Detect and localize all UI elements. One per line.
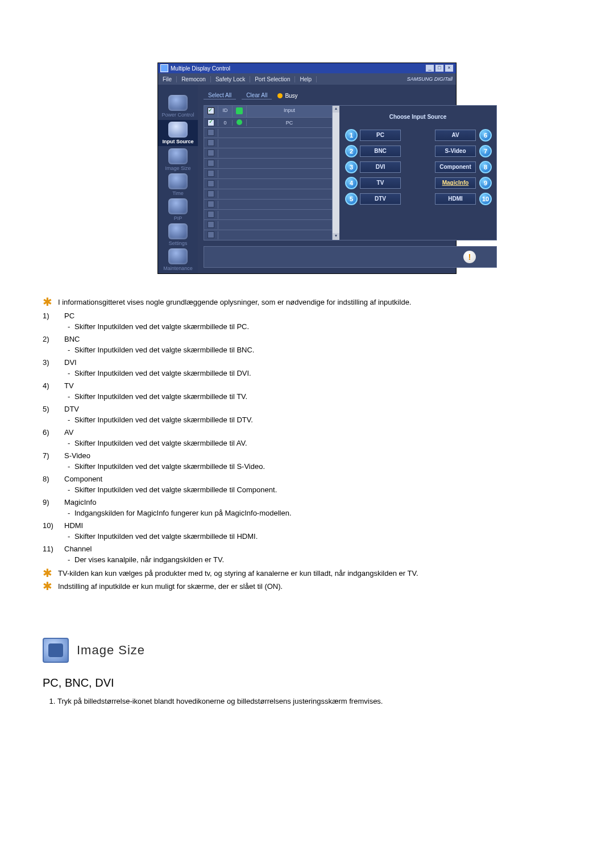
row-checkbox[interactable] [208,190,214,197]
close-button[interactable]: × [445,64,454,72]
sidebar-item-image-size[interactable]: Image Size [158,148,198,171]
row-checkbox[interactable] [208,180,214,187]
note-text: TV-kilden kan kun vælges på produkter me… [58,568,418,579]
menu-safety-lock[interactable]: Safety Lock [211,76,250,82]
sidebar-item-time[interactable]: Time [158,173,198,196]
minimize-button[interactable]: _ [425,64,434,72]
row-checkbox[interactable] [208,160,214,167]
callout-badge: 4 [345,177,358,189]
menu-help[interactable]: Help [295,76,317,82]
window-controls: _ □ × [425,64,454,72]
note-1: ✱ TV-kilden kan kun vælges på produkter … [43,568,571,579]
time-icon [168,173,188,189]
list-item: 8)ComponentSkifter Inputkilden ved det v… [43,474,571,496]
sidebar-label: Power Control [158,112,198,118]
maximize-button[interactable]: □ [435,64,444,72]
source-button-av[interactable]: AV [435,130,476,141]
scroll-up-icon[interactable]: ▴ [333,106,339,113]
item-body: PCSkifter Inputkilden ved det valgte skæ… [64,310,571,333]
star-icon: ✱ [43,582,52,590]
grid-row-empty[interactable] [204,219,332,230]
input-source-icon [168,122,188,138]
item-title: Channel [64,543,571,555]
brand-label: SAMSUNG DIGITall [404,76,456,82]
menu-remocon[interactable]: Remocon [177,76,211,82]
row-checkbox[interactable] [208,201,214,207]
item-title: DVI [64,357,571,368]
source-button-component[interactable]: Component [435,161,476,173]
item-title: AV [64,427,571,438]
app-icon [160,64,168,72]
item-number: 9) [43,497,62,508]
source-button-s-video[interactable]: S-Video [435,146,476,157]
document-content: ✱ I informationsgitteret vises nogle gru… [43,297,571,707]
grid-row-empty[interactable] [204,178,332,189]
row-checkbox[interactable] [208,149,214,156]
sidebar-item-settings[interactable]: Settings [158,223,198,246]
subheading: PC, BNC, DVI [43,674,571,691]
source-button-pc[interactable]: PC [360,130,401,141]
item-desc: Skifter Inputkilden ved det valgte skærm… [64,344,571,356]
grid-row-empty[interactable] [204,189,332,199]
sidebar-label: Image Size [158,165,198,171]
info-icon[interactable]: ! [463,251,476,263]
source-button-magicinfo[interactable]: MagicInfo [435,177,476,189]
settings-icon [168,223,188,239]
busy-dot-icon [277,93,283,98]
section-title: Image Size [77,641,145,659]
item-body: MagicInfoIndgangskilden for MagicInfo fu… [64,497,571,519]
grid-row-empty[interactable] [204,148,332,158]
source-button-hdmi[interactable]: HDMI [435,193,476,205]
list-item: 4)TVSkifter Inputkilden ved det valgte s… [43,380,571,402]
grid-row-empty[interactable] [204,168,332,178]
source-button-dvi[interactable]: DVI [360,161,401,173]
status-dot-icon [237,119,242,125]
item-title: PC [64,310,571,322]
menu-port-selection[interactable]: Port Selection [250,76,295,82]
sidebar-item-pip[interactable]: PIP [158,198,198,221]
sidebar-item-input-source[interactable]: Input Source [158,120,198,146]
star-icon: ✱ [43,298,52,306]
scroll-down-icon[interactable]: ▾ [333,233,339,240]
grid-row[interactable]: 0 PC [204,117,332,127]
grid-row-empty[interactable] [204,230,332,240]
row-checkbox[interactable] [208,139,214,146]
row-checkbox[interactable] [208,119,214,126]
item-body: BNCSkifter Inputkilden ved det valgte sk… [64,334,571,356]
menu-file[interactable]: File [158,76,177,82]
step-item: Tryk på billedstørrelse-ikonet blandt ho… [57,696,571,707]
row-checkbox[interactable] [208,170,214,177]
input-source-panel: Choose Input Source 1PCAV62BNCS-Video73D… [339,106,496,240]
item-title: DTV [64,404,571,415]
row-checkbox[interactable] [208,221,214,228]
item-body: DTVSkifter Inputkilden ved det valgte sk… [64,404,571,426]
sidebar-item-power-control[interactable]: Power Control [158,95,198,118]
grid-row-empty[interactable] [204,138,332,148]
header-checkbox[interactable] [204,106,218,117]
item-body: DVISkifter Inputkilden ved det valgte sk… [64,357,571,379]
row-checkbox[interactable] [208,211,214,218]
grid-row-empty[interactable] [204,158,332,168]
select-all-button[interactable]: Select All [204,92,236,99]
grid-row-empty[interactable] [204,127,332,138]
item-desc: Skifter Inputkilden ved det valgte skærm… [64,368,571,379]
source-button-tv[interactable]: TV [360,177,401,189]
sidebar-item-maintenance[interactable]: Maintenance [158,248,198,271]
header-id: ID [218,106,233,117]
row-checkbox[interactable] [208,129,214,136]
item-body: AVSkifter Inputkilden ved det valgte skæ… [64,427,571,449]
steps-list: Tryk på billedstørrelse-ikonet blandt ho… [57,696,571,707]
item-number: 11) [43,543,62,555]
grid-row-empty[interactable] [204,209,332,219]
grid-row-empty[interactable] [204,199,332,209]
grid-scrollbar[interactable]: ▴ ▾ [332,106,339,240]
callout-badge: 3 [345,161,358,173]
row-checkbox[interactable] [208,231,214,238]
callout-badge: 8 [479,161,492,173]
callout-badge: 6 [479,129,492,142]
sidebar-label: Time [158,190,198,196]
source-button-dtv[interactable]: DTV [360,193,401,205]
clear-all-button[interactable]: Clear All [242,92,272,99]
list-item: 2)BNCSkifter Inputkilden ved det valgte … [43,334,571,356]
source-button-bnc[interactable]: BNC [360,146,401,157]
